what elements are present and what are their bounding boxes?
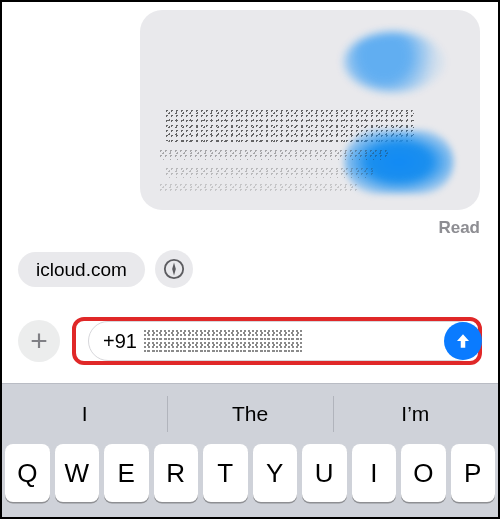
received-message-bubble[interactable] <box>140 10 480 210</box>
key-w[interactable]: W <box>55 444 100 502</box>
predictive-suggestion[interactable]: I’m <box>333 384 498 444</box>
arrow-up-icon <box>454 331 472 351</box>
key-e[interactable]: E <box>104 444 149 502</box>
key-i[interactable]: I <box>352 444 397 502</box>
redacted-text-blur <box>158 182 358 192</box>
key-p[interactable]: P <box>451 444 496 502</box>
key-y[interactable]: Y <box>253 444 298 502</box>
safari-compass-icon[interactable] <box>155 250 193 288</box>
compose-highlight-box: +91 <box>72 317 482 365</box>
redacted-number-blur <box>143 329 303 353</box>
redacted-text-blur <box>164 166 374 178</box>
key-r[interactable]: R <box>154 444 199 502</box>
link-preview-pill[interactable]: icloud.com <box>18 252 145 287</box>
key-u[interactable]: U <box>302 444 347 502</box>
conversation-area: Read <box>2 2 498 250</box>
add-attachment-button[interactable]: + <box>18 320 60 362</box>
key-t[interactable]: T <box>203 444 248 502</box>
send-button[interactable] <box>444 322 482 360</box>
message-input[interactable]: +91 <box>88 321 478 361</box>
link-preview-row: icloud.com <box>18 250 193 288</box>
message-input-value: +91 <box>103 330 137 353</box>
predictive-suggestion[interactable]: I <box>2 384 167 444</box>
compass-icon <box>163 258 185 280</box>
redacted-button-blur <box>344 130 454 194</box>
compose-row: + +91 <box>2 300 498 382</box>
redacted-text-blur <box>158 148 388 160</box>
predictive-suggestion[interactable]: The <box>167 384 332 444</box>
key-q[interactable]: Q <box>5 444 50 502</box>
keyboard: I The I’m Q W E R T Y U I O P <box>2 383 498 517</box>
redacted-image-blur <box>344 32 444 92</box>
read-receipt: Read <box>438 218 480 238</box>
svg-marker-1 <box>172 263 176 276</box>
predictive-text-bar: I The I’m <box>2 384 498 444</box>
key-o[interactable]: O <box>401 444 446 502</box>
keyboard-row-1: Q W E R T Y U I O P <box>2 444 498 512</box>
